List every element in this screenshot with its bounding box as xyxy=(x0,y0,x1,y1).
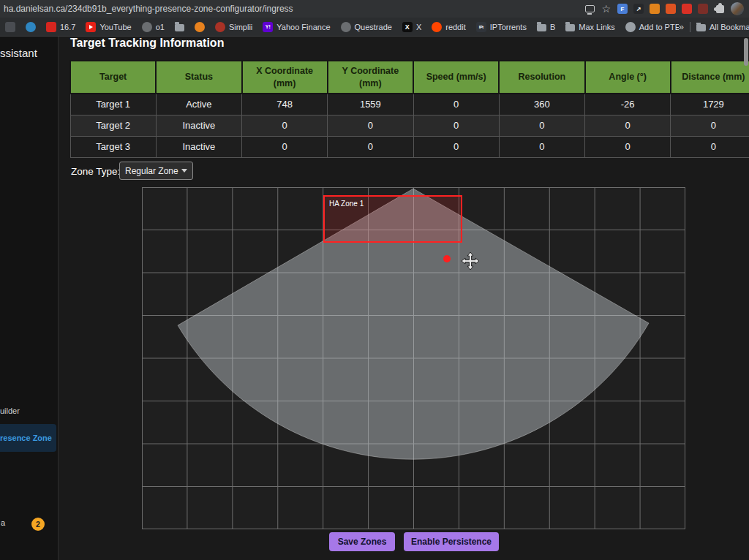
app-dark-icon xyxy=(5,22,15,32)
bookmark-item[interactable]: Max Links xyxy=(565,23,615,31)
overflow-chevron-icon[interactable]: » xyxy=(679,21,684,32)
folder-icon xyxy=(696,24,706,31)
all-bookmarks-label: All Bookma xyxy=(710,23,749,31)
bookmark-item[interactable] xyxy=(195,22,205,32)
table-cell: 1729 xyxy=(671,94,749,115)
ext-dark-icon[interactable]: ↗ xyxy=(633,4,644,14)
table-body: Target 1Active74815590360-261729Target 2… xyxy=(70,94,749,157)
page-title: Target Tracking Information xyxy=(70,37,224,50)
sidebar-item-builder[interactable]: uilder xyxy=(0,406,20,415)
address-bar[interactable]: ha.danielsan.ca/234db91b_everything-pres… xyxy=(0,0,749,18)
table-cell: Inactive xyxy=(156,115,241,136)
table-cell: 360 xyxy=(499,94,584,115)
table-cell: 0 xyxy=(413,136,499,157)
bookmark-item[interactable]: reddit xyxy=(432,22,466,32)
ipt-icon: IPt xyxy=(476,22,486,32)
table-cell: 0 xyxy=(671,115,749,136)
table-header-cell: Distance (mm) xyxy=(671,61,749,94)
bookmark-star-icon[interactable] xyxy=(601,4,611,14)
table-header-cell: Status xyxy=(156,61,241,94)
bookmark-item[interactable]: Simplii xyxy=(215,22,252,32)
zone-type-select[interactable]: Regular Zone xyxy=(119,162,193,180)
bookmark-label: Add to PTE xyxy=(639,23,679,31)
bookmark-label: 16.7 xyxy=(60,23,75,31)
notification-badge[interactable]: 2 xyxy=(31,518,45,531)
sidebar-truncated-label: a xyxy=(1,518,5,527)
bookmark-item[interactable] xyxy=(5,22,15,32)
bookmark-item[interactable]: Add to PTE xyxy=(625,22,679,32)
ha-zone-1[interactable]: HA Zone 1 xyxy=(324,196,462,242)
ext-red-icon[interactable] xyxy=(682,4,692,14)
chevron-down-icon xyxy=(181,169,187,173)
bookmark-item[interactable]: 16.7 xyxy=(46,22,75,32)
yahoo-icon: Y! xyxy=(263,22,273,32)
table-header-cell: Resolution xyxy=(499,61,584,94)
install-app-icon[interactable] xyxy=(585,5,595,12)
bookmarks-overflow-area: » All Bookma xyxy=(679,21,749,32)
bookmark-item[interactable] xyxy=(175,23,184,31)
bookmark-label: IPTorrents xyxy=(490,23,527,31)
bookmark-item[interactable]: o1 xyxy=(142,22,165,32)
table-header-cell: X Coordinate (mm) xyxy=(242,61,328,94)
table-header-cell: Angle (°) xyxy=(585,61,671,94)
folder-icon xyxy=(537,24,546,31)
folder-icon xyxy=(175,24,184,31)
ext-orange-icon[interactable] xyxy=(650,4,660,14)
table-cell: 0 xyxy=(328,136,413,157)
table-row: Target 1Active74815590360-261729 xyxy=(70,94,749,115)
table-cell: Target 3 xyxy=(70,136,156,157)
bookmark-label: reddit xyxy=(445,23,466,31)
target-tracking-table: TargetStatusX Coordinate (mm)Y Coordinat… xyxy=(69,60,749,158)
table-cell: 0 xyxy=(328,115,413,136)
badge-red2-icon xyxy=(215,22,225,32)
bookmark-label: Simplii xyxy=(229,23,252,31)
table-cell: -26 xyxy=(585,94,671,115)
table-cell: 0 xyxy=(413,115,499,136)
bookmark-item[interactable]: YouTube xyxy=(86,22,131,32)
table-header-cell: Speed (mm/s) xyxy=(413,61,499,94)
bookmark-label: X xyxy=(416,23,421,31)
bookmarks-divider xyxy=(690,22,690,32)
ext-blue-icon[interactable]: F xyxy=(617,4,628,14)
table-cell: 748 xyxy=(242,94,328,115)
table-row: Target 2Inactive000000 xyxy=(70,115,749,136)
bookmark-label: o1 xyxy=(156,23,165,31)
table-cell: 1559 xyxy=(328,94,413,115)
bookmark-item[interactable]: Y!Yahoo Finance xyxy=(263,22,330,32)
bookmark-label: YouTube xyxy=(99,23,131,31)
bookmark-item[interactable]: XX xyxy=(402,22,421,32)
youtube-icon xyxy=(86,22,96,32)
ext-maroon-icon[interactable] xyxy=(698,4,708,14)
main-content: Target Tracking Information TargetStatus… xyxy=(59,37,749,560)
scrollbar-thumb[interactable] xyxy=(744,38,748,66)
bookmark-item[interactable]: IPtIPTorrents xyxy=(476,22,527,32)
zone-canvas[interactable]: HA Zone 1 xyxy=(142,187,685,529)
table-cell: Active xyxy=(156,94,241,115)
url-text[interactable]: ha.danielsan.ca/234db91b_everything-pres… xyxy=(0,4,293,14)
table-cell: 0 xyxy=(499,136,584,157)
table-cell: 0 xyxy=(585,136,671,157)
extensions-puzzle-icon[interactable] xyxy=(716,5,724,13)
table-cell: 0 xyxy=(242,136,328,157)
dot-gray-icon xyxy=(625,22,636,32)
save-zones-button[interactable]: Save Zones xyxy=(329,532,395,551)
table-cell: 0 xyxy=(242,115,328,136)
dot-teal-icon xyxy=(26,22,36,32)
enable-persistence-button[interactable]: Enable Persistence xyxy=(404,532,499,551)
reddit-icon xyxy=(432,22,442,32)
sidebar: ssistant uilder resence Zone a 2 xyxy=(0,37,59,560)
table-cell: 0 xyxy=(499,115,584,136)
profile-avatar[interactable] xyxy=(731,2,744,15)
table-header-cell: Y Coordinate (mm) xyxy=(328,61,413,94)
sidebar-item-presence-zone[interactable]: resence Zone xyxy=(0,424,56,452)
globe-icon xyxy=(142,22,152,32)
ext-red-orange-icon[interactable] xyxy=(666,4,676,14)
bookmark-item[interactable]: B xyxy=(537,23,555,31)
all-bookmarks-button[interactable]: All Bookma xyxy=(696,23,749,31)
zone-label: HA Zone 1 xyxy=(329,200,364,208)
bookmark-item[interactable]: Questrade xyxy=(341,22,392,32)
bookmarks-bar: 16.7YouTubeo1SimpliiY!Yahoo FinanceQuest… xyxy=(0,18,749,37)
zone-type-value: Regular Zone xyxy=(125,166,178,176)
table-cell: 0 xyxy=(671,136,749,157)
bookmark-item[interactable] xyxy=(26,22,36,32)
